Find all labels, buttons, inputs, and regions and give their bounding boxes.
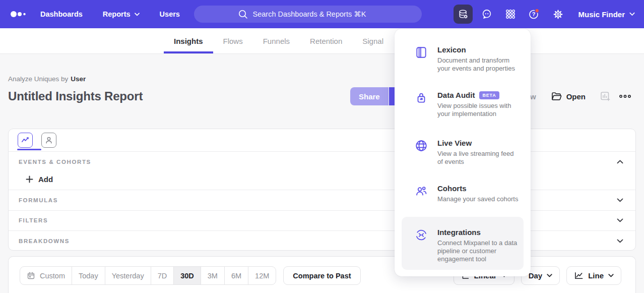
menu-item-cohorts[interactable]: Cohorts Manage your saved cohorts (395, 179, 531, 217)
analyze-prefix: Analyze Uniques by (8, 75, 68, 83)
tab-users-view[interactable] (41, 133, 56, 148)
range-yesterday[interactable]: Yesterday (105, 267, 151, 284)
range-label: 3M (208, 272, 218, 280)
filters-section-header[interactable]: FILTERS (9, 211, 635, 231)
beta-badge: BETA (479, 91, 499, 99)
page-title[interactable]: Untitled Insights Report (8, 89, 143, 103)
add-to-dashboard-button[interactable] (600, 91, 611, 102)
tab-flows[interactable]: Flows (213, 28, 253, 53)
mixpanel-logo-icon[interactable] (10, 11, 33, 18)
data-management-button[interactable] (454, 5, 473, 24)
range-12m[interactable]: 12M (248, 267, 276, 284)
person-icon (44, 136, 53, 145)
svg-text:?: ? (532, 11, 536, 17)
builder-view-tabs (9, 129, 635, 152)
chevron-up-icon[interactable] (617, 160, 623, 164)
range-label: 7D (158, 272, 167, 280)
range-custom[interactable]: Custom (20, 267, 72, 284)
chevron-down-icon (547, 274, 552, 277)
nav-links: Dashboards Reports Users (40, 10, 180, 18)
menu-item-lexicon[interactable]: Lexicon Document and transform your even… (395, 40, 531, 86)
database-gear-icon (458, 9, 469, 20)
analyze-value[interactable]: User (71, 75, 86, 83)
settings-button[interactable] (548, 5, 567, 24)
search-input[interactable] (253, 10, 378, 18)
lexicon-book-icon (415, 46, 428, 59)
global-search[interactable] (194, 6, 422, 23)
filters-section-label: FILTERS (19, 217, 48, 223)
plus-icon (26, 175, 33, 183)
menu-item-integrations[interactable]: Integrations Connect Mixpanel to a data … (402, 217, 524, 270)
menu-item-description: Document and transform your events and p… (437, 56, 521, 73)
gear-icon (552, 9, 564, 20)
tab-funnels[interactable]: Funnels (253, 28, 300, 53)
chart-toolbar: Custom Today Yesterday 7D 30D 3M 6M 12M … (20, 266, 621, 285)
range-label: 30D (180, 272, 194, 280)
tab-insights[interactable]: Insights (164, 28, 213, 53)
range-7d[interactable]: 7D (151, 267, 174, 284)
menu-item-live-view[interactable]: Live View View a live streaming feed of … (395, 134, 531, 179)
range-6m[interactable]: 6M (225, 267, 248, 284)
nav-link-dashboards[interactable]: Dashboards (40, 10, 83, 18)
breakdowns-section-header[interactable]: BREAKDOWNS (9, 231, 635, 251)
more-options-button[interactable] (619, 94, 631, 99)
cohorts-people-icon (415, 185, 428, 198)
events-section-header[interactable]: EVENTS & COHORTS (9, 152, 635, 169)
chat-bubble-icon (481, 9, 492, 20)
data-audit-lock-icon (415, 91, 428, 104)
chevron-down-icon (629, 12, 635, 16)
range-label: Yesterday (112, 272, 144, 280)
menu-item-data-audit[interactable]: Data AuditBETA View possible issues with… (395, 86, 531, 134)
formulas-section-label: FORMULAS (19, 197, 58, 203)
compare-to-past-button[interactable]: Compare to Past (283, 266, 360, 285)
chevron-down-icon (135, 13, 140, 16)
nav-link-label: Users (160, 10, 180, 18)
chart-type-label: Line (588, 271, 604, 280)
date-range-segmented-control: Custom Today Yesterday 7D 30D 3M 6M 12M (20, 266, 276, 285)
analyze-breadcrumb: Analyze Uniques byUser (8, 75, 86, 83)
report-actions: New Open (521, 87, 631, 105)
menu-item-title: Data Audit (437, 91, 475, 99)
tab-retention[interactable]: Retention (300, 28, 352, 53)
events-add-row: Add (9, 169, 635, 190)
range-label: Today (79, 272, 98, 280)
events-section-label: EVENTS & COHORTS (19, 159, 91, 165)
range-label: 12M (255, 272, 269, 280)
help-button[interactable]: ? (525, 5, 544, 24)
formulas-section-header[interactable]: FORMULAS (9, 190, 635, 211)
range-label: Custom (40, 272, 65, 280)
chevron-down-icon[interactable] (617, 218, 623, 222)
chevron-down-icon[interactable] (617, 239, 623, 243)
nav-link-users[interactable]: Users (160, 10, 180, 18)
nav-link-label: Reports (103, 10, 131, 18)
menu-item-title: Live View (437, 139, 472, 147)
project-name: Music Finder (578, 10, 625, 19)
menu-item-title: Integrations (437, 228, 481, 237)
tab-signal[interactable]: Signal (352, 28, 394, 53)
range-label: 6M (231, 272, 241, 280)
share-button[interactable]: Share (350, 87, 389, 105)
open-label: Open (566, 92, 586, 101)
query-builder-panel: EVENTS & COHORTS Add FORMULAS FILTERS BR… (8, 129, 636, 251)
range-3m[interactable]: 3M (201, 267, 225, 284)
apps-button[interactable] (501, 5, 520, 24)
data-management-dropdown: Lexicon Document and transform your even… (395, 29, 531, 276)
chart-add-icon (600, 91, 611, 102)
feedback-button[interactable] (477, 5, 496, 24)
range-today[interactable]: Today (72, 267, 105, 284)
help-icon: ? (528, 8, 540, 20)
range-30d[interactable]: 30D (174, 267, 201, 284)
folder-icon (551, 92, 562, 101)
menu-item-title: Lexicon (437, 45, 466, 54)
project-switcher[interactable]: Music Finder (578, 10, 635, 19)
report-tabbar: Insights Flows Funnels Retention Signal … (0, 28, 644, 54)
nav-link-label: Dashboards (40, 10, 83, 18)
chevron-down-icon[interactable] (617, 198, 623, 202)
tab-events-view[interactable] (18, 133, 33, 148)
search-icon (238, 10, 248, 19)
add-event-button[interactable]: Add (26, 175, 53, 184)
chart-type-dropdown[interactable]: Line (566, 266, 621, 285)
top-navbar: Dashboards Reports Users (0, 0, 644, 28)
open-report-button[interactable]: Open (551, 92, 586, 101)
nav-link-reports[interactable]: Reports (103, 10, 140, 18)
